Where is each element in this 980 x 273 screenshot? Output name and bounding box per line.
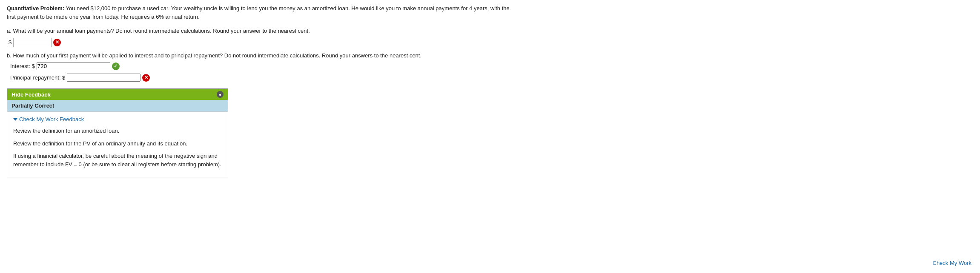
feedback-link-row: Check My Work Feedback <box>13 116 222 122</box>
question-b-block: b. How much of your first payment will b… <box>7 51 973 82</box>
problem-body: You need $12,000 to purchase a used car.… <box>7 5 510 20</box>
interest-correct-icon <box>112 63 120 70</box>
feedback-close-button[interactable]: ● <box>217 91 224 98</box>
feedback-header: Hide Feedback ● <box>7 89 228 100</box>
feedback-hint-1: Review the definition for an amortized l… <box>13 127 222 135</box>
feedback-hint-3: If using a financial calculator, be care… <box>13 152 222 168</box>
question-b-interest-row: Interest: $ <box>10 62 973 70</box>
feedback-status-bar: Partially Correct <box>7 100 228 111</box>
question-a-error-icon <box>53 39 61 46</box>
question-a-input[interactable] <box>13 38 52 47</box>
feedback-hint-2: Review the definition for the PV of an o… <box>13 139 222 148</box>
question-b-principal-row: Principal repayment: $ <box>10 74 973 82</box>
triangle-down-icon <box>13 118 17 121</box>
problem-label: Quantitative Problem: <box>7 5 64 11</box>
principal-label: Principal repayment: $ <box>10 74 65 81</box>
question-b-sub-block: Interest: $ Principal repayment: $ <box>10 62 973 82</box>
feedback-panel: Hide Feedback ● Partially Correct Check … <box>7 88 228 177</box>
question-b-label: b. How much of your first payment will b… <box>7 51 973 60</box>
interest-label: Interest: $ <box>10 63 35 69</box>
question-a-label: a. What will be your annual loan payment… <box>7 27 973 35</box>
question-a-block: a. What will be your annual loan payment… <box>7 27 973 47</box>
feedback-header-label: Hide Feedback <box>11 91 51 98</box>
principal-error-icon <box>142 74 150 82</box>
question-a-answer-row: $ <box>9 38 973 47</box>
interest-input[interactable] <box>37 62 110 70</box>
question-a-dollar: $ <box>9 39 11 46</box>
problem-statement: Quantitative Problem: You need $12,000 t… <box>7 4 518 21</box>
check-my-work-feedback-link[interactable]: Check My Work Feedback <box>19 116 84 122</box>
feedback-body: Check My Work Feedback Review the defini… <box>7 111 228 177</box>
feedback-status-label: Partially Correct <box>11 102 54 109</box>
principal-input[interactable] <box>67 74 140 82</box>
